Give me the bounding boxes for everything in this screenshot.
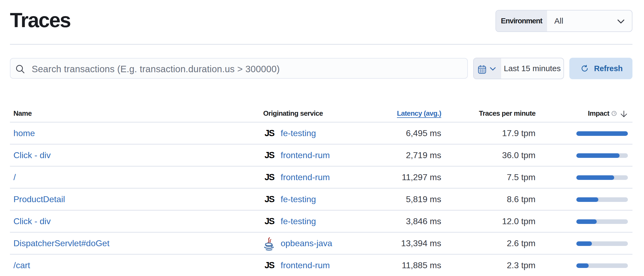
svg-text:?: ? (613, 112, 615, 115)
